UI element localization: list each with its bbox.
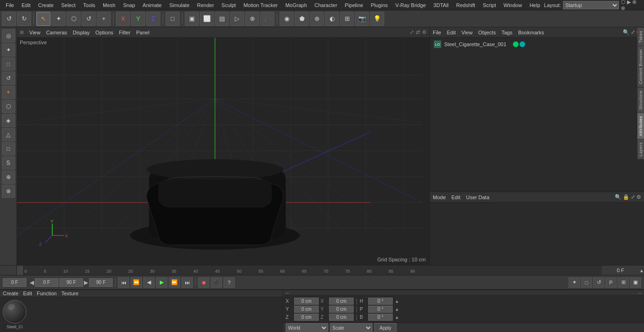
render-button[interactable]: ▷ — [230, 12, 244, 26]
render-camera-button[interactable]: 🎥 — [260, 12, 274, 26]
move-playback-button[interactable]: ✦ — [569, 277, 580, 288]
attr-settings-icon[interactable]: ⚙ — [636, 194, 641, 200]
select-playback-button[interactable]: □ — [581, 277, 592, 288]
obj-menu-bookmarks[interactable]: Bookmarks — [518, 30, 544, 35]
viewport-3d[interactable]: X Y Z Perspective Grid Spacing : 10 cm — [17, 38, 429, 265]
menu-window[interactable]: Window — [500, 1, 526, 9]
coord-b[interactable] — [368, 314, 393, 321]
render-to-picture-button[interactable]: ⬜ — [200, 12, 214, 26]
rotate-playback-button[interactable]: ↺ — [593, 277, 604, 288]
obj-menu-objects[interactable]: Objects — [478, 30, 495, 35]
coord-h[interactable] — [368, 298, 393, 305]
move-tool-button[interactable]: ✦ — [51, 12, 66, 26]
snap-button[interactable]: ⊕ — [310, 12, 324, 26]
grid-button[interactable]: ⊞ — [340, 12, 354, 26]
play-back-button[interactable]: ◀ — [143, 277, 155, 288]
scale-dropdown[interactable]: Scale — [330, 323, 372, 332]
viewport-menu-panel[interactable]: Panel — [136, 30, 149, 35]
obj-search-icon[interactable]: 🔍 — [623, 29, 629, 35]
prev-keyframe-button[interactable]: ⏪ — [131, 277, 142, 288]
z-axis-button[interactable]: Z — [146, 12, 160, 26]
world-dropdown[interactable]: World — [286, 323, 328, 332]
menu-mograph[interactable]: MoGraph — [281, 1, 311, 9]
obj-menu-tags[interactable]: Tags — [502, 30, 512, 35]
undo-button[interactable]: ↺ — [2, 12, 16, 26]
sidebar-tool-9[interactable]: □ — [2, 142, 15, 155]
coord-x-rot[interactable] — [329, 298, 354, 305]
next-keyframe-button[interactable]: ⏩ — [169, 277, 180, 288]
rotate-tool-button[interactable]: ↺ — [82, 12, 96, 26]
menu-snap[interactable]: Snap — [119, 1, 139, 9]
tab-content-browser[interactable]: Content Browser — [637, 46, 644, 87]
frame-start-input[interactable] — [35, 278, 58, 287]
attr-expand-icon[interactable]: ⤢ — [631, 194, 635, 200]
viewport-menu-view[interactable]: View — [29, 30, 41, 35]
coord-b-arrow[interactable]: ▲ — [395, 315, 399, 320]
menu-3dtall[interactable]: 3DTAll — [429, 1, 452, 9]
light-button[interactable]: 💡 — [370, 12, 384, 26]
sidebar-tool-10[interactable]: S — [2, 156, 15, 170]
coord-h-arrow[interactable]: ▲ — [395, 299, 399, 304]
menu-pipeline[interactable]: Pipeline — [341, 1, 367, 9]
viewport-icon-expand[interactable]: ⤢ — [410, 29, 414, 35]
render-region-button[interactable]: ▣ — [185, 12, 199, 26]
attr-lock-icon[interactable]: 🔒 — [623, 194, 629, 200]
obj-dot-green[interactable] — [513, 41, 519, 47]
frame-end2-input[interactable] — [89, 278, 113, 287]
display-mode-button[interactable]: ◉ — [280, 12, 294, 26]
paint-button[interactable]: ◐ — [325, 12, 339, 26]
record-button[interactable]: ⏺ — [198, 277, 209, 288]
obj-menu-edit[interactable]: Edit — [447, 30, 456, 35]
auto-key-button[interactable]: ⚫ — [211, 277, 222, 288]
attr-search-icon[interactable]: 🔍 — [615, 194, 621, 200]
sidebar-tool-3[interactable]: □ — [2, 57, 15, 71]
obj-menu-view[interactable]: View — [462, 30, 473, 35]
material-content[interactable]: Steel_Ci — [0, 297, 282, 332]
scale-tool-button[interactable]: ⬡ — [66, 12, 81, 26]
menu-edit[interactable]: Edit — [18, 1, 34, 9]
menu-render[interactable]: Render — [193, 1, 218, 9]
render-interactive-button[interactable]: ⊕ — [245, 12, 259, 26]
tab-structure[interactable]: Structure — [637, 87, 644, 113]
record2-button[interactable]: P — [605, 277, 617, 288]
tab-attributes[interactable]: Attributes — [637, 113, 644, 139]
object-manager-content[interactable]: LO Steel_Cigarette_Case_001 — [430, 38, 644, 192]
attr-menu-mode[interactable]: Mode — [433, 194, 446, 200]
viewport-menu-filter[interactable]: Filter — [119, 30, 130, 35]
mat-menu-function[interactable]: Function — [37, 291, 57, 296]
next-frame-arrow[interactable]: ▶ — [84, 279, 88, 286]
menu-redshift[interactable]: Redshift — [453, 1, 479, 9]
viewport-icon-swap[interactable]: ⇄ — [416, 29, 420, 35]
menu-mesh[interactable]: Mesh — [99, 1, 119, 9]
coord-x-pos[interactable] — [294, 298, 319, 305]
select-tool-button[interactable]: ↖ — [36, 12, 50, 26]
menu-simulate[interactable]: Simulate — [165, 1, 193, 9]
material-item[interactable]: Steel_Ci — [3, 300, 26, 329]
obj-menu-file[interactable]: File — [433, 30, 441, 35]
menu-help[interactable]: Help — [526, 1, 544, 9]
attr-menu-userdata[interactable]: User Data — [466, 194, 490, 200]
menu-script[interactable]: Script — [479, 1, 500, 9]
attr-menu-edit[interactable]: Edit — [452, 194, 461, 200]
clip-button[interactable]: ▣ — [630, 277, 641, 288]
play-forward-button[interactable]: ▶ — [156, 277, 167, 288]
sidebar-tool-1[interactable]: ◎ — [2, 29, 15, 42]
menu-sculpt[interactable]: Sculpt — [218, 1, 240, 9]
workplane-button[interactable]: ⬟ — [295, 12, 309, 26]
sidebar-tool-12[interactable]: ⊗ — [2, 185, 15, 198]
viewport-icon-settings[interactable]: ⚙ — [422, 29, 427, 35]
tab-layers[interactable]: Layers — [637, 139, 644, 159]
menu-vray[interactable]: V-Ray Bridge — [392, 1, 430, 9]
render-settings-button[interactable]: ▤ — [215, 12, 229, 26]
frame-end-input[interactable] — [59, 278, 83, 287]
sidebar-tool-6[interactable]: ⬡ — [2, 100, 15, 113]
apply-button[interactable]: Apply — [374, 323, 396, 332]
sidebar-tool-8[interactable]: △ — [2, 128, 15, 141]
y-axis-button[interactable]: Y — [131, 12, 145, 26]
menu-create[interactable]: Create — [34, 1, 58, 9]
menu-tools[interactable]: Tools — [79, 1, 99, 9]
material-ball[interactable] — [3, 300, 26, 324]
menu-file[interactable]: File — [2, 1, 18, 9]
sidebar-tool-11[interactable]: ⊕ — [2, 170, 15, 184]
mat-menu-texture[interactable]: Texture — [61, 291, 78, 296]
